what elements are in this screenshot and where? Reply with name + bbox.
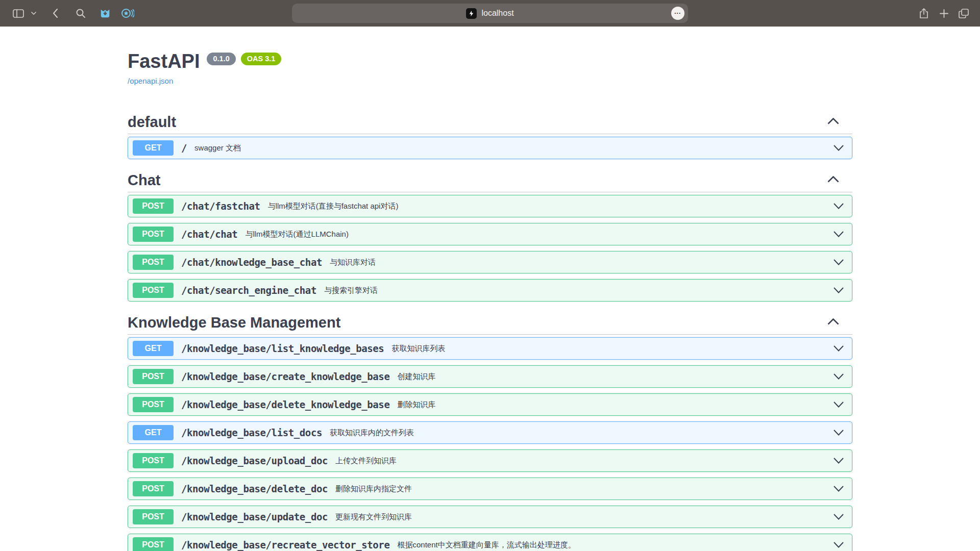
chevron-down-icon[interactable] <box>834 259 844 265</box>
chevron-down-icon[interactable] <box>834 430 844 436</box>
endpoint-row[interactable]: POST /chat/search_engine_chat 与搜索引擎对话 <box>128 279 852 302</box>
endpoint-row[interactable]: GET /knowledge_base/list_knowledge_bases… <box>128 337 852 360</box>
toolbar-right-group <box>915 4 973 22</box>
endpoint-path: /chat/knowledge_base_chat <box>181 257 322 268</box>
toolbar-left-group <box>0 4 137 22</box>
address-bar[interactable]: localhost ••• <box>292 4 688 23</box>
endpoint-path: /knowledge_base/delete_knowledge_base <box>181 399 389 410</box>
address-content: localhost <box>466 8 513 19</box>
method-badge: GET <box>133 425 174 440</box>
chevron-down-icon[interactable] <box>834 458 844 464</box>
endpoint-row[interactable]: GET / swagger 文档 <box>128 137 852 159</box>
swagger-page: FastAPI 0.1.0 OAS 3.1 /openapi.json defa… <box>117 27 863 551</box>
chevron-down-icon[interactable] <box>834 542 844 548</box>
endpoint-path: /chat/chat <box>181 229 237 240</box>
version-badge: 0.1.0 <box>207 53 235 65</box>
chevron-down-icon[interactable] <box>834 145 844 151</box>
extension-focus-icon[interactable] <box>118 4 137 22</box>
endpoint-path: /knowledge_base/upload_doc <box>181 455 328 466</box>
endpoint-description: 与llm模型对话(通过LLMChain) <box>245 230 349 239</box>
sidebar-toggle-icon[interactable] <box>9 4 28 22</box>
endpoint-description: 更新现有文件到知识库 <box>335 512 412 522</box>
endpoint-description: 获取知识库列表 <box>391 344 445 354</box>
endpoint-path: /chat/fastchat <box>181 201 260 212</box>
more-options-icon[interactable]: ••• <box>671 7 684 20</box>
endpoint-row[interactable]: POST /chat/chat 与llm模型对话(通过LLMChain) <box>128 223 852 245</box>
section-header-chat[interactable]: Chat <box>128 168 852 192</box>
endpoint-description: 删除知识库 <box>397 400 435 410</box>
chevron-down-icon[interactable] <box>834 373 844 380</box>
endpoint-path: /knowledge_base/recreate_vector_store <box>181 539 389 550</box>
endpoint-description: 与知识库对话 <box>330 258 376 267</box>
endpoint-description: 根据content中文档重建向量库，流式输出处理进度。 <box>397 540 575 550</box>
api-title-block: FastAPI 0.1.0 OAS 3.1 <box>128 50 852 72</box>
chevron-down-icon[interactable] <box>834 486 844 492</box>
endpoint-row[interactable]: POST /knowledge_base/upload_doc 上传文件到知识库 <box>128 449 852 472</box>
tab-group-chevron-icon[interactable] <box>28 4 40 22</box>
method-badge: POST <box>133 369 174 384</box>
method-badge: POST <box>133 481 174 496</box>
new-tab-icon[interactable] <box>935 4 953 22</box>
address-url: localhost <box>481 9 513 18</box>
endpoint-row[interactable]: POST /knowledge_base/update_doc 更新现有文件到知… <box>128 506 852 528</box>
chevron-up-icon[interactable] <box>827 318 839 327</box>
endpoint-row[interactable]: POST /chat/knowledge_base_chat 与知识库对话 <box>128 251 852 273</box>
chevron-down-icon[interactable] <box>834 345 844 352</box>
method-badge: POST <box>133 453 174 468</box>
endpoint-description: swagger 文档 <box>194 143 241 153</box>
endpoint-row[interactable]: POST /knowledge_base/delete_knowledge_ba… <box>128 393 852 416</box>
endpoint-path: /knowledge_base/list_docs <box>181 427 322 438</box>
section-default: default GET / swagger 文档 <box>128 110 852 159</box>
endpoint-row[interactable]: POST /chat/fastchat 与llm模型对话(直接与fastchat… <box>128 195 852 217</box>
oas-badge: OAS 3.1 <box>241 53 282 65</box>
endpoint-row[interactable]: POST /knowledge_base/delete_doc 删除知识库内指定… <box>128 478 852 500</box>
endpoint-description: 与搜索引擎对话 <box>324 286 378 295</box>
chevron-down-icon[interactable] <box>834 203 844 209</box>
section-knowledge-base: Knowledge Base Management GET /knowledge… <box>128 311 852 551</box>
endpoint-description: 与llm模型对话(直接与fastchat api对话) <box>268 202 399 211</box>
endpoint-row[interactable]: POST /knowledge_base/create_knowledge_ba… <box>128 365 852 388</box>
chevron-down-icon[interactable] <box>834 231 844 237</box>
browser-toolbar: localhost ••• <box>0 0 980 27</box>
section-header-knowledge-base[interactable]: Knowledge Base Management <box>128 311 852 335</box>
method-badge: POST <box>133 283 174 298</box>
site-favicon-bolt-icon <box>466 8 477 19</box>
share-icon[interactable] <box>915 4 933 22</box>
endpoint-path: /knowledge_base/update_doc <box>181 511 328 522</box>
section-title: Chat <box>128 171 160 189</box>
section-title: default <box>128 113 176 131</box>
chevron-down-icon[interactable] <box>834 287 844 293</box>
section-header-default[interactable]: default <box>128 110 852 134</box>
endpoint-row[interactable]: GET /knowledge_base/list_docs 获取知识库内的文件列… <box>128 421 852 444</box>
endpoint-row[interactable]: POST /knowledge_base/recreate_vector_sto… <box>128 534 852 551</box>
method-badge: POST <box>133 397 174 412</box>
method-badge: GET <box>133 341 174 356</box>
section-chat: Chat POST /chat/fastchat 与llm模型对话(直接与fas… <box>128 168 852 302</box>
openapi-spec-link[interactable]: /openapi.json <box>128 77 173 86</box>
chevron-up-icon[interactable] <box>827 117 839 127</box>
method-badge: POST <box>133 509 174 524</box>
back-icon[interactable] <box>46 4 64 22</box>
chevron-up-icon[interactable] <box>827 176 839 185</box>
endpoint-path: /chat/search_engine_chat <box>181 285 316 296</box>
method-badge: POST <box>133 255 174 270</box>
section-title: Knowledge Base Management <box>128 314 340 331</box>
chevron-down-icon[interactable] <box>834 514 844 520</box>
method-badge: POST <box>133 198 174 214</box>
method-badge: GET <box>133 140 174 156</box>
search-icon[interactable] <box>71 4 90 22</box>
endpoint-path: / <box>181 142 187 154</box>
endpoint-path: /knowledge_base/delete_doc <box>181 483 328 494</box>
page-title: FastAPI <box>128 50 200 72</box>
tabs-overview-icon[interactable] <box>954 4 973 22</box>
endpoint-description: 上传文件到知识库 <box>335 456 397 466</box>
method-badge: POST <box>133 537 174 551</box>
endpoint-description: 获取知识库内的文件列表 <box>330 428 414 438</box>
extension-clip-icon[interactable] <box>96 4 114 22</box>
chevron-down-icon[interactable] <box>834 402 844 408</box>
endpoint-description: 删除知识库内指定文件 <box>335 484 412 494</box>
method-badge: POST <box>133 227 174 242</box>
endpoint-path: /knowledge_base/create_knowledge_base <box>181 371 389 382</box>
endpoint-path: /knowledge_base/list_knowledge_bases <box>181 343 384 354</box>
endpoint-description: 创建知识库 <box>397 372 435 382</box>
